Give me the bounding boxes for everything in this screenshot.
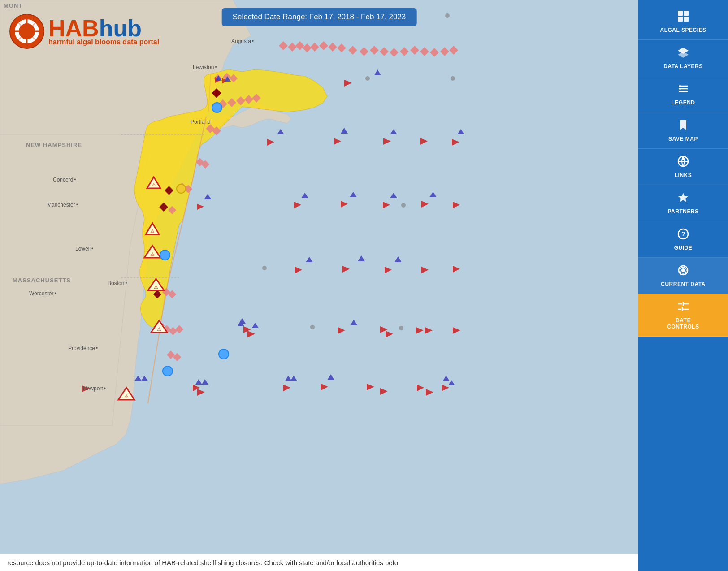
blue-circle-2 [160, 250, 170, 260]
sidebar-item-legend[interactable]: LEGEND [638, 76, 728, 112]
legend-icon [677, 82, 689, 97]
date-banner: Selected Date Range: Feb 17, 2018 - Feb … [222, 8, 417, 26]
logo-subtitle: harmful algal blooms data portal [48, 38, 159, 46]
svg-rect-141 [684, 17, 689, 22]
sidebar-item-save-map[interactable]: SAVE MAP [638, 112, 728, 149]
date-controls-icon [677, 300, 689, 315]
save-map-icon [677, 119, 689, 133]
logo-text: HABhub harmful algal blooms data portal [48, 17, 159, 46]
blue-circle-4 [218, 349, 229, 359]
current-data-icon [677, 264, 689, 278]
svg-point-147 [679, 85, 681, 87]
sidebar-current-data-label: CURRENT DATA [661, 281, 706, 287]
sidebar-links-label: LINKS [675, 172, 692, 178]
logo-area: HABhub harmful algal blooms data portal [9, 13, 159, 49]
sidebar-item-algal-species[interactable]: ALGAL SPECIES [638, 4, 728, 40]
svg-text:⚠: ⚠ [150, 228, 155, 234]
links-icon [677, 155, 689, 169]
algal-species-icon [677, 10, 689, 24]
sidebar-item-date-controls[interactable]: DATECONTROLS [638, 294, 728, 337]
yellow-circle [176, 184, 186, 194]
place-portland: Portland [191, 119, 211, 125]
sidebar-guide-label: GUIDE [674, 245, 693, 251]
svg-rect-138 [678, 11, 683, 16]
place-augusta: Augusta [231, 38, 254, 44]
hub-part: hub [99, 15, 142, 41]
hab-part: HAB [48, 15, 99, 41]
svg-text:⚠: ⚠ [150, 251, 155, 257]
svg-point-120 [399, 326, 403, 330]
logo-title: HABhub [48, 17, 159, 40]
place-worcester: Worcester [29, 290, 56, 297]
place-boston: Boston [108, 280, 127, 286]
svg-point-117 [445, 13, 450, 18]
blue-circle-1 [212, 102, 222, 113]
map-area: ⚠ ⚠ ⚠ ⚠ ⚠ ⚠ Selected Date Range: Feb 17,… [0, 0, 638, 571]
sidebar-partners-label: PARTNERS [667, 208, 698, 215]
sidebar-item-data-layers[interactable]: DATA LAYERS [638, 40, 728, 76]
svg-point-118 [401, 203, 406, 208]
svg-text:⚠: ⚠ [124, 394, 129, 399]
svg-point-148 [679, 88, 681, 90]
disclaimer-text: resource does not provide up-to-date inf… [7, 559, 398, 567]
state-new-hampshire: NEW HAMPSHIRE [26, 142, 82, 148]
sidebar-item-links[interactable]: LINKS [638, 149, 728, 185]
data-layers-icon [677, 46, 689, 61]
svg-rect-139 [684, 11, 689, 16]
sidebar-item-guide[interactable]: ? GUIDE [638, 221, 728, 258]
place-manchester: Manchester [47, 202, 78, 208]
sidebar-item-current-data[interactable]: CURRENT DATA [638, 258, 728, 294]
state-massachusetts: MASSACHUSETTS [13, 277, 71, 284]
hab-hub-logo-icon [9, 13, 45, 49]
map-svg: ⚠ ⚠ ⚠ ⚠ ⚠ ⚠ [0, 0, 638, 571]
place-lowell: Lowell [75, 246, 93, 252]
svg-rect-140 [678, 17, 683, 22]
sidebar-save-map-label: SAVE MAP [668, 136, 698, 142]
state-mont: MONT [4, 2, 22, 9]
svg-text:⚠: ⚠ [157, 326, 161, 332]
svg-point-115 [451, 76, 455, 81]
place-lewiston: Lewiston [193, 64, 217, 70]
svg-text:⚠: ⚠ [154, 284, 158, 290]
date-range-text: Selected Date Range: Feb 17, 2018 - Feb … [233, 13, 406, 21]
sidebar: ALGAL SPECIES DATA LAYERS LEGEND [638, 0, 728, 571]
sidebar-algal-species-label: ALGAL SPECIES [660, 27, 706, 33]
sidebar-date-controls-label: DATECONTROLS [667, 317, 699, 330]
svg-text:⚠: ⚠ [152, 182, 156, 187]
place-newport: Newport [83, 385, 106, 392]
svg-point-149 [679, 91, 681, 92]
sidebar-legend-label: LEGEND [671, 99, 695, 106]
svg-point-116 [262, 266, 267, 270]
blue-circle-3 [162, 366, 173, 376]
place-providence: Providence [68, 345, 98, 351]
guide-icon: ? [677, 228, 689, 242]
svg-point-114 [365, 76, 370, 81]
disclaimer: resource does not provide up-to-date inf… [0, 554, 638, 571]
svg-point-157 [681, 268, 685, 272]
svg-marker-153 [678, 193, 688, 202]
svg-text:?: ? [681, 230, 685, 238]
partners-icon [677, 191, 689, 206]
sidebar-item-partners[interactable]: PARTNERS [638, 185, 728, 221]
sidebar-data-layers-label: DATA LAYERS [663, 63, 703, 69]
svg-point-119 [310, 325, 315, 329]
place-concord: Concord [53, 177, 76, 183]
svg-marker-143 [678, 52, 689, 58]
